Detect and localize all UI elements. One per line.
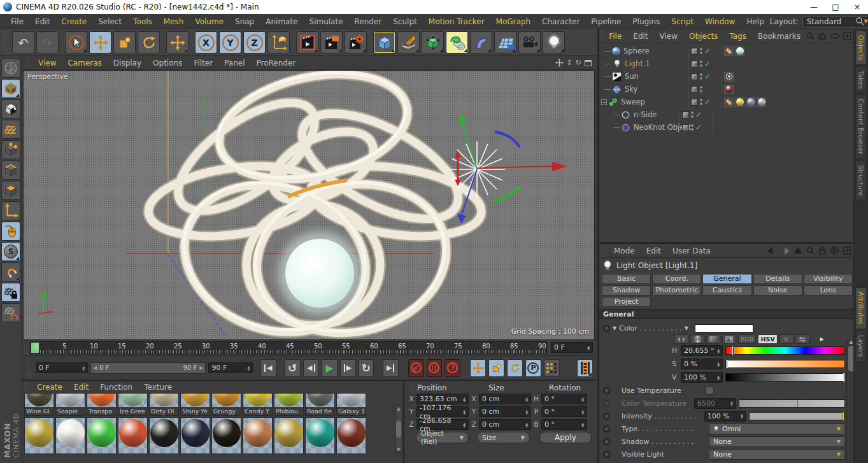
material-drag-handle[interactable] [24,382,30,392]
floor-environment-button[interactable] [494,31,516,53]
object-row-neoknot[interactable]: NeoKnot Object ✓ [599,121,855,134]
color-swatch[interactable] [695,324,753,332]
tab-general[interactable]: General [702,274,751,284]
history-forward-icon[interactable] [781,247,790,255]
viewport-canvas[interactable]: Perspective [23,70,595,340]
menu-window[interactable]: Window [699,17,741,26]
enabled-check[interactable]: ✓ [704,97,711,106]
live-selection-button[interactable] [65,31,87,53]
key-pla-toggle[interactable] [544,359,560,377]
om-menu-objects[interactable]: Objects [683,32,723,41]
color-expand-icon[interactable]: ▼ [685,325,688,331]
eye-icon[interactable] [830,33,839,39]
menu-file[interactable]: File [5,17,29,26]
material-item[interactable] [87,417,117,454]
material-item[interactable] [274,417,304,454]
enabled-check[interactable]: ✓ [695,123,702,132]
bend-deformer-button[interactable] [470,31,492,53]
menu-mesh[interactable]: Mesh [158,17,190,26]
am-menu-mode[interactable]: Mode [608,246,641,255]
visibility-dots[interactable] [691,124,694,131]
mat-menu-create[interactable]: Create [31,383,68,392]
key-scale-toggle[interactable] [488,359,504,377]
visibility-dots[interactable] [700,86,702,92]
am-menu-edit[interactable]: Edit [641,246,667,255]
visibility-dots[interactable] [691,111,694,118]
up-hierarchy-icon[interactable] [794,247,802,255]
menu-character[interactable]: Character [536,17,585,26]
transport-drag-handle[interactable] [26,357,32,378]
material-item[interactable] [305,417,335,454]
apply-button[interactable]: Apply [539,432,592,443]
material-item[interactable]: Phibiou [274,393,304,416]
workplane-lock-button[interactable] [1,283,20,302]
tab-content-browser[interactable]: Content Browser [855,94,867,159]
snap-button[interactable] [1,262,20,281]
pan-view-icon[interactable] [555,59,564,67]
undo-button[interactable]: ↶ [12,31,34,53]
toolbar-drag-handle[interactable] [3,31,9,54]
shadow-select[interactable]: None▼ [709,436,845,447]
sweep-generator-button[interactable] [446,31,468,53]
texture-tag[interactable] [735,46,744,56]
goto-end-button[interactable]: ▶ [383,359,399,377]
menu-snap[interactable]: Snap [229,17,260,26]
tab-shadow[interactable]: Shadow [602,285,651,296]
points-mode-button[interactable] [1,140,20,159]
tab-photometric[interactable]: Photometric [652,285,701,296]
layer-chip[interactable] [682,111,689,118]
timeline-window-button[interactable] [577,359,593,377]
hue-slider[interactable] [725,346,845,355]
keyframe-circle[interactable] [603,387,610,394]
lock-x-axis-button[interactable]: X [195,31,217,53]
close-button[interactable]: × [846,0,868,14]
play-button[interactable]: ▶ [322,359,338,377]
vp-menu-panel[interactable]: Panel [218,59,250,68]
history-back-icon[interactable] [767,247,776,255]
enabled-check[interactable]: ✓ [695,110,702,119]
expand-toggle[interactable]: + [601,99,607,105]
vp-menu-view[interactable]: View [32,59,62,68]
tab-caustics[interactable]: Caustics [702,285,751,296]
tweak-mode-button[interactable] [1,222,20,241]
tab-noise[interactable]: Noise [753,285,802,296]
layer-chip[interactable] [691,86,698,93]
current-frame-field[interactable]: 0 F▲▼ [551,342,593,353]
texture-tag[interactable] [735,97,744,107]
menu-help[interactable]: Help [741,17,769,26]
menu-script[interactable]: Script [665,17,699,26]
keyframe-circle[interactable] [603,425,610,432]
workplane-align-button[interactable] [1,303,20,322]
color-temperature-field[interactable]: 6500▲▼ [694,398,736,409]
toggle-view-icon[interactable] [585,60,592,66]
keyframe-circle[interactable] [603,400,610,407]
polygons-mode-button[interactable] [1,181,20,200]
material-item[interactable]: Ice Gree [118,393,148,416]
material-item[interactable] [55,417,85,454]
type-select[interactable]: Omni▼ [709,424,845,434]
tab-coord[interactable]: Coord. [652,274,701,284]
position-x-field[interactable]: 323.63 cm▲▼ [416,394,469,404]
search-icon[interactable] [806,246,815,255]
menu-volume[interactable]: Volume [189,17,229,26]
visibility-dots[interactable] [700,99,702,105]
lock-z-axis-button[interactable]: Z [243,31,266,53]
coordinate-system-button[interactable] [267,31,290,53]
tab-layers[interactable]: Layers [855,331,867,362]
keyframe-selection-button[interactable]: ? [445,359,460,377]
home-icon[interactable] [818,32,827,40]
tab-objects[interactable]: Objects [855,31,867,65]
color-compact-icon[interactable] [674,334,688,344]
object-row-sky[interactable]: Sky [599,83,855,96]
material-item[interactable] [211,417,241,454]
redo-button[interactable]: ↷ [36,31,59,53]
intensity-slider[interactable] [749,412,845,420]
material-item[interactable]: Transpa [87,393,117,416]
tab-structure[interactable]: Structure [855,160,867,201]
camera-button[interactable] [518,31,541,53]
visible-light-select[interactable]: None▼ [709,449,845,460]
am-menu-userdata[interactable]: User Data [667,246,716,255]
range-start-field[interactable]: 0 F▲▼ [36,362,88,373]
vp-menu-display[interactable]: Display [108,59,147,68]
make-editable-button[interactable] [1,59,20,78]
